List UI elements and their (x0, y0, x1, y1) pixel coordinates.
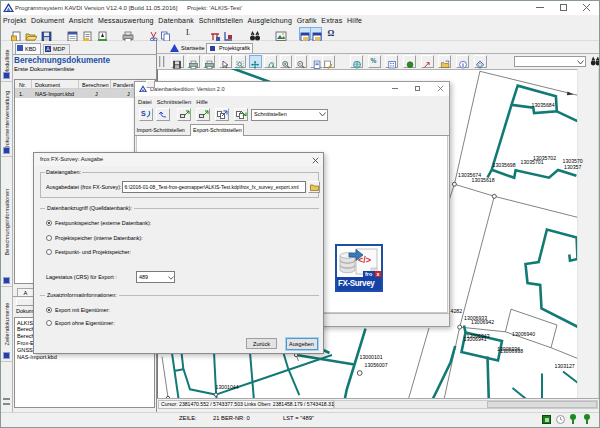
svg-text:13001044: 13001044 (216, 383, 239, 389)
svg-text:13000101: 13000101 (360, 354, 383, 360)
svg-text:4282: 4282 (451, 307, 463, 313)
svg-text:13006936: 13006936 (497, 346, 520, 352)
svg-text:13006940: 13006940 (512, 331, 535, 337)
svg-text:13056007: 13056007 (365, 362, 388, 368)
svg-text:13035702: 13035702 (533, 155, 556, 161)
svg-text:130357: 130357 (564, 164, 581, 170)
svg-text:13035684: 13035684 (532, 101, 555, 107)
svg-text:13035698: 13035698 (493, 161, 516, 167)
svg-text:1303127: 1303127 (555, 363, 575, 369)
svg-text:13006942: 13006942 (471, 319, 494, 325)
svg-text:13035618: 13035618 (472, 177, 495, 183)
svg-text:i: i (462, 62, 464, 68)
svg-text:13006943: 13006943 (467, 333, 490, 339)
